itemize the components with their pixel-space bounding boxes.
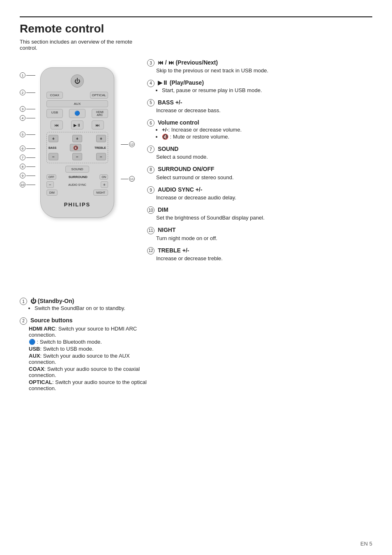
source-optical: OPTICAL: Switch your audio source to the… xyxy=(29,379,151,391)
callout-circle-1: 1 xyxy=(20,72,25,78)
source-coax: COAX: Switch your audio source to the co… xyxy=(29,366,151,378)
callout-circle-9: 9 xyxy=(20,173,25,178)
sound-button[interactable]: SOUND xyxy=(65,166,90,173)
right-callouts: 12 11 xyxy=(121,141,135,182)
desc-item-4: 4 ▶⏸ (Play/Pause) Start, pause or resume… xyxy=(147,79,372,93)
hdmi-button[interactable]: HDMIARC xyxy=(92,109,108,118)
callout-4: 4 xyxy=(20,115,35,121)
bass-plus-button[interactable]: + xyxy=(48,135,58,142)
surround-label: SURROUND xyxy=(69,175,88,179)
bottom-title-2: Source buttons xyxy=(30,317,73,324)
source-hdmi-label: HDMI ARC xyxy=(29,326,55,332)
dim-button[interactable]: DIM xyxy=(46,190,58,196)
treble-label: TREBLE xyxy=(95,146,106,149)
bass-minus-button[interactable]: − xyxy=(48,153,58,160)
remote-container: 1 2 3 4 5 xyxy=(20,59,135,289)
callout-line-7 xyxy=(26,157,35,158)
source-aux: AUX: Switch your audio source to the AUX… xyxy=(29,353,151,365)
callout-circle-5: 5 xyxy=(20,132,25,137)
dim-night-row: DIM NIGHT xyxy=(46,190,108,196)
bottom-left: 1 ⏻ (Standby-On) Switch the SoundBar on … xyxy=(20,298,151,397)
callout-line-4 xyxy=(26,118,35,118)
desc-text-7: Select a sound mode. xyxy=(156,154,372,160)
optical-button[interactable]: OPTICAL xyxy=(90,92,108,99)
right-descriptions: 3 ⏮ / ⏭ (Previous/Next) Skip to the prev… xyxy=(147,59,372,289)
night-button[interactable]: NIGHT xyxy=(93,190,108,196)
callout-7: 7 xyxy=(20,155,35,160)
bass-col: + xyxy=(48,135,58,142)
surround-row: OFF SURROUND ON xyxy=(46,174,108,180)
vol-plus-button[interactable]: + xyxy=(72,135,82,142)
bluetooth-button[interactable]: 🔵 xyxy=(69,109,85,118)
source-bt-desc: : Switch to Bluetooth mode. xyxy=(35,339,102,345)
callout-circle-7: 7 xyxy=(20,155,25,160)
desc-num-3: 3 xyxy=(147,59,154,67)
desc-bullet-6-1: +/-: Increase or decrease volume. xyxy=(162,127,372,133)
desc-title-6: Volume control xyxy=(158,119,199,126)
aux-button[interactable]: AUX xyxy=(46,100,108,107)
treble-plus-button[interactable]: + xyxy=(96,135,106,142)
audiosync-minus-button[interactable]: − xyxy=(46,181,54,188)
callout-6: 6 xyxy=(20,146,35,151)
usb-button[interactable]: USB xyxy=(46,109,63,118)
bottom-num-1: 1 xyxy=(20,298,27,305)
desc-num-5: 5 xyxy=(147,99,154,106)
desc-item-3: 3 ⏮ / ⏭ (Previous/Next) Skip to the prev… xyxy=(147,59,372,74)
callout-line-1 xyxy=(26,75,35,76)
play-button[interactable]: ▶⏸ xyxy=(71,120,83,130)
power-row: ⏻ xyxy=(46,74,108,88)
callout-10: 10 xyxy=(20,182,35,187)
callout-circle-8: 8 xyxy=(20,164,25,169)
audiosync-plus-button[interactable]: + xyxy=(101,181,108,188)
callout-8: 8 xyxy=(20,164,35,169)
desc-title-4: ▶⏸ (Play/Pause) xyxy=(158,79,204,86)
coax-button[interactable]: COAX xyxy=(46,92,63,99)
prev-button[interactable]: ⏮ xyxy=(51,120,63,130)
callout-line-5 xyxy=(26,134,35,135)
callout-line-3 xyxy=(26,109,35,109)
callout-line-11 xyxy=(121,179,128,179)
desc-item-9: 9 AUDIO SYNC +/- Increase or decrease au… xyxy=(147,186,372,201)
callout-circle-4: 4 xyxy=(20,115,25,121)
vol-minus-button[interactable]: − xyxy=(72,153,82,160)
desc-text-3: Skip to the previous or next track in US… xyxy=(156,67,372,74)
mute-button[interactable]: 🔇 xyxy=(70,144,81,151)
power-button[interactable]: ⏻ xyxy=(71,74,84,88)
desc-item-6: 6 Volume control +/-: Increase or decrea… xyxy=(147,119,372,140)
source-usb-desc: : Switch to USB mode. xyxy=(40,346,93,352)
desc-item-5: 5 BASS +/- Increase or decrease bass. xyxy=(147,99,372,113)
remote-body: ⏻ COAX OPTICAL AUX USB 🔵 xyxy=(40,67,114,218)
desc-title-5: BASS +/- xyxy=(158,99,182,106)
callout-line-6 xyxy=(26,148,35,149)
desc-num-7: 7 xyxy=(147,146,154,153)
treble-minus-col: − xyxy=(96,153,106,160)
source-coax-desc: : Switch your audio source to the coaxia… xyxy=(29,366,140,378)
volume-minus-row: − − − xyxy=(48,153,106,160)
surround-on-button[interactable]: ON xyxy=(99,174,108,180)
coax-optical-row: COAX OPTICAL xyxy=(46,92,108,99)
treble-col: + xyxy=(96,135,106,142)
next-button[interactable]: ⏭ xyxy=(92,120,104,130)
page-footer: EN 5 xyxy=(360,541,372,547)
treble-minus-button[interactable]: − xyxy=(96,153,106,160)
desc-text-9: Increase or decrease audio delay. xyxy=(156,194,372,201)
callout-circle-3: 3 xyxy=(20,106,25,112)
volume-section: + + + BASS 🔇 TREBLE xyxy=(46,132,108,163)
callout-circle-12: 12 xyxy=(129,141,135,147)
desc-bullets-6: +/-: Increase or decrease volume. 🔇 : Mu… xyxy=(162,127,372,140)
source-coax-label: COAX xyxy=(29,366,44,372)
footer-text: EN 5 xyxy=(360,541,372,547)
source-optical-label: OPTICAL xyxy=(29,379,52,385)
surround-off-button[interactable]: OFF xyxy=(46,174,56,180)
desc-num-12: 12 xyxy=(147,247,154,254)
desc-bullet-4-1: Start, pause or resume play in USB mode. xyxy=(162,87,372,93)
bass-minus-col: − xyxy=(48,153,58,160)
callout-circle-10: 10 xyxy=(20,182,25,187)
bottom-num-2: 2 xyxy=(20,317,27,325)
callout-1: 1 xyxy=(20,72,35,78)
main-content: 1 2 3 4 5 xyxy=(20,59,372,289)
source-bt-label: 🔵 xyxy=(29,339,35,345)
desc-title-8: SURROUND ON/OFF xyxy=(158,166,214,172)
desc-num-11: 11 xyxy=(147,227,154,234)
page: Remote control This section includes an … xyxy=(0,0,392,414)
